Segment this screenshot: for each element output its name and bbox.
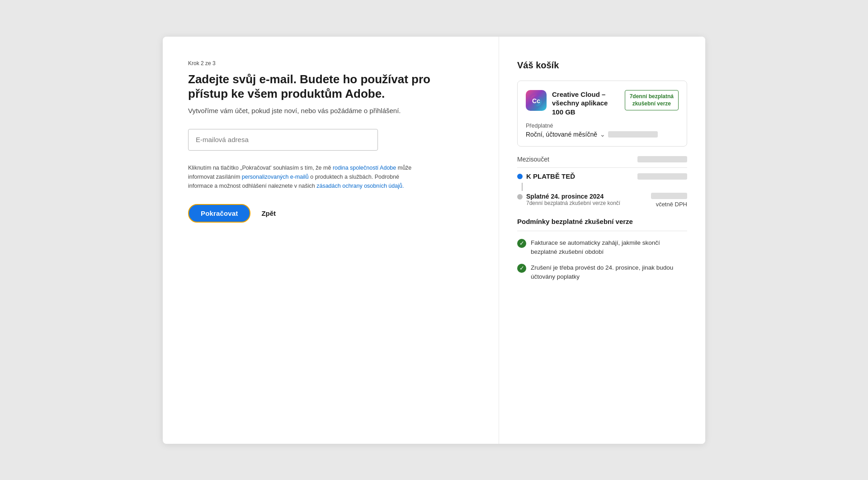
- condition-text-2: Zrušení je třeba provést do 24. prosince…: [531, 263, 687, 282]
- now-row: K PLATBĚ TEĎ: [517, 172, 687, 180]
- subtotal-row: Mezisoučet: [517, 156, 687, 163]
- button-row: Pokračovat Zpět: [188, 204, 473, 223]
- condition-text-1: Fakturace se automaticky zahájí, jakmile…: [531, 238, 687, 257]
- conditions-title: Podmínky bezplatné zkušební verze: [517, 218, 687, 225]
- subscription-select[interactable]: Roční, účtované měsíčně ⌄: [526, 131, 679, 138]
- back-button[interactable]: Zpět: [261, 209, 276, 217]
- consent-link-personalized-emails[interactable]: personalizovaných e-mailů: [242, 174, 309, 180]
- step-label: Krok 2 ze 3: [188, 60, 473, 67]
- conditions-section: Podmínky bezplatné zkušební verze ✓ Fakt…: [517, 218, 687, 281]
- main-heading: Zadejte svůj e-mail. Budete ho používat …: [188, 72, 473, 101]
- continue-button[interactable]: Pokračovat: [188, 204, 250, 223]
- chevron-down-icon: ⌄: [600, 131, 605, 138]
- timeline-section: K PLATBĚ TEĎ Splatné 24. prosince 2024 7…: [517, 172, 687, 208]
- future-date: Splatné 24. prosince 2024: [526, 193, 620, 200]
- svg-text:Cc: Cc: [532, 97, 540, 105]
- consent-link-privacy[interactable]: zásadách ochrany osobních údajů.: [316, 183, 404, 189]
- timeline-connector: [522, 183, 523, 191]
- check-icon-1: ✓: [517, 239, 526, 248]
- check-icon-2: ✓: [517, 264, 526, 273]
- vat-text: včetně DPH: [656, 201, 687, 208]
- product-card: Cc Creative Cloud –všechny aplikace100 G…: [517, 81, 687, 147]
- future-sub: 7denní bezplatná zkušební verze končí: [526, 200, 620, 206]
- product-name: Creative Cloud –všechny aplikace100 GB: [552, 90, 619, 117]
- email-input[interactable]: [188, 129, 378, 151]
- subscription-label: Předplatné: [526, 123, 679, 129]
- cart-title: Váš košík: [517, 60, 687, 71]
- condition-item-1: ✓ Fakturace se automaticky zahájí, jakmi…: [517, 238, 687, 257]
- product-icon: Cc: [526, 90, 547, 111]
- subscription-value: Roční, účtované měsíčně: [526, 131, 597, 138]
- consent-link-adobe-family[interactable]: rodina společností Adobe: [333, 165, 396, 171]
- now-price: [637, 173, 687, 180]
- dot-future-icon: [517, 194, 523, 200]
- summary-divider: [517, 167, 687, 168]
- consent-text: Kliknutím na tlačítko „Pokračovat' souhl…: [188, 163, 423, 190]
- now-label-text: K PLATBĚ TEĎ: [526, 172, 575, 180]
- dot-now-icon: [517, 174, 523, 179]
- sub-heading: Vytvoříme vám účet, pokud jste noví, neb…: [188, 107, 473, 114]
- future-price: [651, 193, 687, 199]
- product-info: Creative Cloud –všechny aplikace100 GB: [552, 90, 619, 117]
- trial-badge: 7denní bezplatnázkušební verze: [625, 90, 679, 111]
- condition-item-2: ✓ Zrušení je třeba provést do 24. prosin…: [517, 263, 687, 282]
- future-row: Splatné 24. prosince 2024 7denní bezplat…: [517, 193, 687, 208]
- conditions-divider: [517, 231, 687, 231]
- subtotal-value: [637, 156, 687, 162]
- price-hidden: [608, 131, 658, 138]
- subtotal-label: Mezisoučet: [517, 156, 549, 163]
